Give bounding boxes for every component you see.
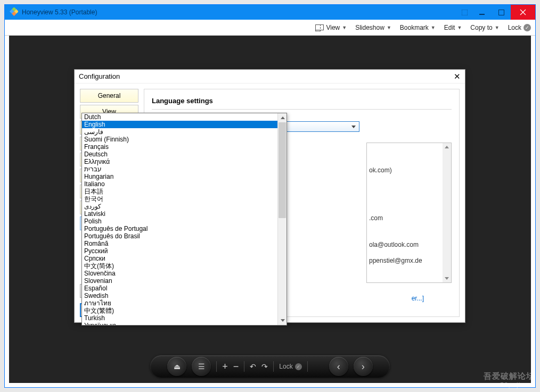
minimize-button[interactable] <box>472 5 492 20</box>
chevron-left-icon: ‹ <box>337 361 340 372</box>
chevron-down-icon: ▼ <box>457 25 462 30</box>
language-option[interactable]: Slovenian <box>82 277 277 285</box>
language-option[interactable]: Turkish <box>82 314 277 322</box>
language-option[interactable]: Српски <box>82 255 277 262</box>
scrollbar[interactable] <box>277 113 287 325</box>
dialog-close-button[interactable]: ✕ <box>454 72 461 81</box>
edit-menu[interactable]: Edit▼ <box>444 24 462 31</box>
prev-button[interactable]: ‹ <box>329 357 348 376</box>
toolbar: View▼ Slideshow▼ Bookmark▼ Edit▼ Copy to… <box>5 20 535 36</box>
fullscreen-button[interactable] <box>456 5 472 20</box>
nav-general[interactable]: General <box>80 89 138 103</box>
bottom-control-bar: ⏏ ☰ + − ↶ ↷ Lock✓ ‹ › <box>150 355 390 378</box>
eject-icon: ⏏ <box>174 362 181 371</box>
hamburger-icon: ☰ <box>198 362 205 371</box>
chevron-right-icon: › <box>362 361 365 372</box>
divider <box>307 361 308 372</box>
language-option[interactable]: ภาษาไทย <box>82 299 277 307</box>
scrollbar-thumb[interactable] <box>279 122 286 218</box>
bookmark-menu[interactable]: Bookmark▼ <box>400 24 436 31</box>
dialog-titlebar[interactable]: Configuration ✕ <box>75 70 465 84</box>
divider <box>152 109 452 110</box>
language-option[interactable]: 日本語 <box>82 188 277 195</box>
language-option[interactable]: Português de Portugal <box>82 225 277 232</box>
divider <box>273 361 274 372</box>
language-option[interactable]: Polish <box>82 218 277 225</box>
language-option[interactable]: Français <box>82 143 277 151</box>
window-title: Honeyview 5.33 (Portable) <box>22 9 456 16</box>
language-option[interactable]: Suomi (Finnish) <box>82 136 277 143</box>
language-option[interactable]: Українська <box>82 322 277 325</box>
zoom-out-button[interactable]: − <box>233 361 239 372</box>
language-option[interactable]: Deutsch <box>82 151 277 158</box>
close-button[interactable] <box>511 5 535 20</box>
watermark: 吾爱破解论坛 www.52pojie.cn <box>483 371 535 389</box>
svg-rect-4 <box>462 10 468 15</box>
chevron-down-icon: ▼ <box>495 25 500 30</box>
language-option[interactable]: English <box>82 121 277 128</box>
lock-toggle[interactable]: Lock✓ <box>508 24 531 31</box>
language-option[interactable]: Ελληνικά <box>82 158 277 165</box>
eject-button[interactable]: ⏏ <box>167 357 186 376</box>
view-menu[interactable]: View▼ <box>315 24 347 31</box>
rotate-right-button[interactable]: ↷ <box>261 362 268 371</box>
language-option[interactable]: فارسی <box>82 128 277 136</box>
chevron-down-icon: ▼ <box>342 25 347 30</box>
check-circle-icon: ✓ <box>523 24 531 31</box>
view-icon <box>315 24 324 30</box>
language-option[interactable]: Español <box>82 285 277 292</box>
language-option[interactable]: Swedish <box>82 292 277 299</box>
lock-toggle-bottom[interactable]: Lock✓ <box>279 363 301 370</box>
language-option[interactable]: Slovenčina <box>82 270 277 277</box>
language-option[interactable]: Dutch <box>82 113 277 121</box>
rotate-left-button[interactable]: ↶ <box>250 362 256 371</box>
divider <box>216 361 217 372</box>
language-option[interactable]: Hungarian <box>82 173 277 180</box>
more-translator-link[interactable]: er...] <box>412 295 424 317</box>
chevron-down-icon: ▼ <box>431 25 436 30</box>
chevron-down-icon: ▼ <box>387 25 391 30</box>
window-controls <box>456 5 535 20</box>
copyto-menu[interactable]: Copy to▼ <box>470 24 499 31</box>
language-option[interactable]: עברית <box>82 165 277 173</box>
dialog-title: Configuration <box>79 72 120 80</box>
language-option[interactable]: 中文(繁體) <box>82 307 277 314</box>
maximize-button[interactable] <box>492 5 511 20</box>
language-option[interactable]: Português do Brasil <box>82 232 277 240</box>
language-option[interactable]: Italiano <box>82 180 277 188</box>
svg-rect-6 <box>498 10 504 15</box>
divider <box>244 361 244 372</box>
title-bar[interactable]: Honeyview 5.33 (Portable) <box>5 5 535 20</box>
language-option[interactable]: Русский <box>82 247 277 255</box>
language-option[interactable]: كوردى <box>82 203 277 210</box>
section-heading: Language settings <box>152 97 452 105</box>
translator-info-box[interactable]: ok.com) .com ola@outlook.com ppenstiel@g… <box>366 143 452 283</box>
language-dropdown[interactable]: DutchEnglishفارسیSuomi (Finnish)Français… <box>81 113 287 326</box>
language-option[interactable]: 한국어 <box>82 195 277 203</box>
zoom-in-button[interactable]: + <box>222 361 228 372</box>
next-button[interactable]: › <box>354 357 373 376</box>
check-circle-icon: ✓ <box>295 363 302 370</box>
app-icon <box>8 7 19 18</box>
menu-button[interactable]: ☰ <box>192 357 211 376</box>
slideshow-menu[interactable]: Slideshow▼ <box>355 24 391 31</box>
language-option[interactable]: 中文(简体) <box>82 262 277 270</box>
language-option[interactable]: Latviski <box>82 210 277 218</box>
scrollbar[interactable] <box>443 143 451 282</box>
language-option[interactable]: Română <box>82 240 277 247</box>
